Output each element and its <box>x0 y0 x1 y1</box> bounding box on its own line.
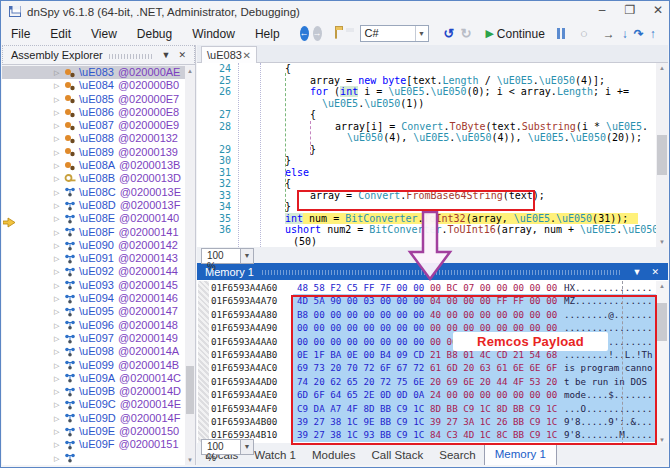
assembly-explorer-header[interactable]: Assembly Explorer ▼ ✕ <box>2 45 195 65</box>
expander-icon[interactable]: ▷ <box>54 452 64 465</box>
continue-button[interactable]: Continue <box>497 27 545 41</box>
tree-item-uE094[interactable]: ▷\uE094@02000146 <box>2 292 185 305</box>
scroll-down-icon[interactable]: ▼ <box>656 239 668 245</box>
expander-icon[interactable]: ▷ <box>54 332 64 345</box>
tree-item-uE08F[interactable]: ▷\uE08F@02000141 <box>2 226 185 239</box>
tree-item-uE086[interactable]: ▷\uE086@020000E8 <box>2 106 185 119</box>
chevron-down-icon[interactable]: ▼ <box>241 248 254 264</box>
code-line-29[interactable]: 29} <box>197 144 657 156</box>
tree-item-uE09D[interactable]: ▷\uE09D@0200014F <box>2 412 185 425</box>
tree-item-uE08A[interactable]: ▷\uE08A@0200013B <box>2 159 185 172</box>
tree-item-uE096[interactable]: ▷\uE096@02000148 <box>2 319 185 332</box>
expander-icon[interactable]: ▷ <box>54 226 64 239</box>
open-file-icon[interactable] <box>335 28 337 39</box>
tree-item-uE08D[interactable]: ▷\uE08D@0200013F <box>2 199 185 212</box>
undo-icon[interactable]: ↺ <box>444 26 455 41</box>
pause-icon[interactable] <box>557 28 565 39</box>
expander-icon[interactable]: ▷ <box>54 146 64 159</box>
tree-item-uE083[interactable]: ▷\uE083@020000AE <box>2 66 185 79</box>
tree-item-uE091[interactable]: ▷\uE091@02000143 <box>2 252 185 265</box>
scroll-up-icon[interactable]: ▲ <box>656 65 668 71</box>
scrollbar-thumb[interactable] <box>657 135 667 175</box>
code-zoom-control[interactable]: 100 % ▼ <box>201 248 254 264</box>
memory-scrollbar[interactable]: ▲ ▼ <box>656 281 668 445</box>
close-icon[interactable]: ✕ <box>174 50 190 60</box>
expander-icon[interactable]: ▷ <box>54 305 64 318</box>
expander-icon[interactable]: ▷ <box>54 132 64 145</box>
expander-icon[interactable]: ▷ <box>54 398 64 411</box>
tree-scrollbar[interactable]: ▲ ▼ <box>185 66 195 465</box>
menu-edit[interactable]: Edit <box>40 24 81 44</box>
expander-icon[interactable]: ▷ <box>54 425 64 438</box>
tree-item-uE092[interactable]: ▷\uE092@02000144 <box>2 265 185 278</box>
tree-item-uE087[interactable]: ▷\uE087@020000E9 <box>2 119 185 132</box>
tree-item-uE099[interactable]: ▷\uE099@0200014B <box>2 359 185 372</box>
tree-item-uE084[interactable]: ▷\uE084@020000B0 <box>2 79 185 92</box>
expander-icon[interactable]: ▷ <box>54 159 64 172</box>
tree-item-uE090[interactable]: ▷\uE090@02000142 <box>2 239 185 252</box>
close-icon[interactable]: ✕ <box>243 50 251 61</box>
expander-icon[interactable]: ▷ <box>54 359 64 372</box>
menu-file[interactable]: File <box>1 24 40 44</box>
bottom-tab-memory-1[interactable]: Memory 1 <box>484 444 557 465</box>
continue-play-icon[interactable]: ▶ <box>485 27 493 40</box>
menu-view[interactable]: View <box>81 24 127 44</box>
code-line-26[interactable]: 26for (int i = \uE0E5.\uE050(0); i < arr… <box>197 86 657 98</box>
memory-zoom-control[interactable]: 100 % ▼ <box>201 439 254 455</box>
close-icon[interactable]: ✕ <box>646 267 664 277</box>
maximize-button[interactable]: ❐ <box>623 3 637 17</box>
document-tab[interactable]: \uE083 ✕ <box>201 46 257 63</box>
expander-icon[interactable]: ▷ <box>54 79 64 92</box>
bottom-tab-call-stack[interactable]: Call Stack <box>363 446 431 465</box>
tree-item-uE08B[interactable]: ▷\uE08B@0200013D <box>2 172 185 185</box>
tree-item-uE085[interactable]: ▷\uE085@020000E7 <box>2 93 185 106</box>
code-line-27[interactable]: 27{ <box>197 109 657 121</box>
restart-icon[interactable]: ○ <box>580 26 588 41</box>
code-line-wrap[interactable]: \uE0E5.\uE050(1)) <box>197 98 657 110</box>
expander-icon[interactable]: ▷ <box>54 385 64 398</box>
step-over-icon[interactable]: ↷ <box>634 27 644 41</box>
code-line-25[interactable]: 25array = new byte[text.Length / \uE0E5.… <box>197 75 657 87</box>
scroll-down-icon[interactable]: ▼ <box>185 457 195 463</box>
code-scrollbar[interactable]: ▲ ▼ <box>656 63 668 247</box>
chevron-down-icon[interactable]: ▼ <box>628 267 647 277</box>
minimize-button[interactable]: – <box>595 3 609 17</box>
menu-window[interactable]: Window <box>182 24 245 44</box>
tree-item[interactable]: ▷ <box>2 452 185 465</box>
tree-item-uE09A[interactable]: ▷\uE09A@0200014C <box>2 372 185 385</box>
expander-icon[interactable]: ▷ <box>54 66 64 79</box>
scrollbar-thumb[interactable] <box>186 366 194 414</box>
expander-icon[interactable]: ▷ <box>54 186 64 199</box>
expander-icon[interactable]: ▷ <box>54 438 64 451</box>
expander-icon[interactable]: ▷ <box>54 412 64 425</box>
tree-item-uE098[interactable]: ▷\uE098@0200014A <box>2 345 185 358</box>
tree-item-uE095[interactable]: ▷\uE095@02000147 <box>2 305 185 318</box>
navigate-forward-button[interactable]: → <box>313 26 322 41</box>
expander-icon[interactable]: ▷ <box>54 199 64 212</box>
menu-help[interactable]: Help <box>245 24 290 44</box>
menu-debug[interactable]: Debug <box>127 24 182 44</box>
code-line-28[interactable]: 28array[i] = Convert.ToByte(text.Substri… <box>197 121 657 133</box>
tree-item-uE09F[interactable]: ▷\uE09F@02000151 <box>2 438 185 451</box>
redo-icon[interactable]: ↻ <box>460 26 471 41</box>
show-next-statement-icon[interactable]: → <box>603 27 615 41</box>
expander-icon[interactable]: ▷ <box>54 106 64 119</box>
expander-icon[interactable]: ▷ <box>54 319 64 332</box>
language-combobox[interactable]: C# ▼ <box>360 25 429 42</box>
tree-item-uE097[interactable]: ▷\uE097@02000149 <box>2 332 185 345</box>
title-bar[interactable]: dnSpy v6.1.8 (64-bit, .NET, Administrato… <box>1 1 669 22</box>
bottom-tab-watch-1[interactable]: Watch 1 <box>246 446 304 465</box>
expander-icon[interactable]: ▷ <box>54 252 64 265</box>
tree-item-uE09C[interactable]: ▷\uE09C@0200014E <box>2 398 185 411</box>
code-line-wrap[interactable]: \uE050(4), \uE0E5.\uE050(4)), \uE0E5.\uE… <box>197 132 657 144</box>
tree-item-uE088[interactable]: ▷\uE088@02000132 <box>2 132 185 145</box>
expander-icon[interactable]: ▷ <box>54 172 64 185</box>
tree-item-uE08E[interactable]: ▷\uE08E@02000140 <box>2 212 185 225</box>
scroll-up-icon[interactable]: ▲ <box>656 283 668 289</box>
expander-icon[interactable]: ▷ <box>54 292 64 305</box>
tree-item-uE09B[interactable]: ▷\uE09B@0200014D <box>2 385 185 398</box>
code-line-30[interactable]: 30} <box>197 155 657 167</box>
code-line-24[interactable]: 24{ <box>197 63 657 75</box>
code-line-32[interactable]: 32{ <box>197 178 657 190</box>
expander-icon[interactable]: ▷ <box>54 212 64 225</box>
